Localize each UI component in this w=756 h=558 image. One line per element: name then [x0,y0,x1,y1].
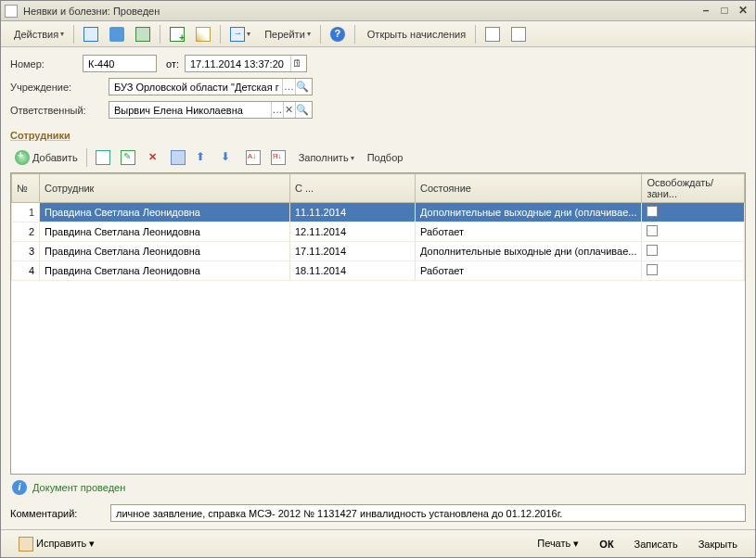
sort-asc-button[interactable] [241,147,265,168]
cell-employee: Правдина Светлана Леонидовна [40,261,290,281]
date-input[interactable]: 🗓 [185,55,307,72]
cell-num: 2 [12,222,40,242]
delete-button[interactable] [141,147,165,168]
goto-menu[interactable]: Перейти▾ [257,26,315,43]
open-calc-label: Открыть начисления [367,29,466,40]
close-button[interactable]: ✕ [735,5,751,18]
fix-label: Исправить [36,537,86,548]
checkbox[interactable] [647,245,658,256]
table-row[interactable]: 1Правдина Светлана Леонидовна11.11.2014Д… [12,203,745,222]
print-button[interactable]: Печать ▾ [527,534,589,553]
edit-button[interactable] [116,147,140,168]
comment-input[interactable] [110,504,746,522]
cell-from: 12.11.2014 [290,222,416,242]
checkbox[interactable] [647,225,658,236]
cell-free[interactable] [642,261,745,281]
number-field[interactable] [86,57,153,70]
comment-field[interactable] [114,507,742,520]
tb-doc2-icon[interactable] [191,24,215,44]
calendar-icon[interactable]: 🗓 [290,56,303,71]
checkbox[interactable] [647,264,658,275]
tb-doc1-icon[interactable] [165,24,189,44]
number-input[interactable] [83,55,157,72]
org-search-btn[interactable]: 🔍 [295,79,309,95]
table-header-row: № Сотрудник С ... Состояние Освобождать/… [12,174,745,203]
resp-field[interactable] [112,104,271,117]
open-calc-button[interactable]: Открыть начисления [360,26,470,43]
cell-free[interactable] [642,222,745,242]
up-icon [196,150,211,165]
col-num[interactable]: № [12,174,40,203]
resp-select-btn[interactable]: … [271,102,283,118]
table-row[interactable]: 4Правдина Светлана Леонидовна18.11.2014Р… [12,261,745,281]
refresh-icon [135,27,150,42]
add-button[interactable]: Добавить [10,147,83,168]
main-toolbar: Действия▾ ▾ Перейти▾ ? Открыть начислени… [1,21,755,47]
resp-search-btn[interactable]: 🔍 [295,102,309,118]
move-down-button[interactable] [216,147,240,168]
tb-cfg-icon[interactable] [506,24,531,44]
table-toolbar: Добавить Заполнить▾ Подбор [10,146,746,169]
titlebar[interactable]: Неявки и болезни: Проведен – □ ✕ [1,1,755,21]
tb-refresh-icon[interactable] [131,24,155,44]
edit-icon [121,150,135,165]
col-state[interactable]: Состояние [416,174,642,203]
org-label: Учреждение: [10,82,103,93]
date-field[interactable] [188,57,290,70]
table-row[interactable]: 2Правдина Светлана Леонидовна12.11.2014Р… [12,222,745,242]
col-free[interactable]: Освобождать/зани... [642,174,745,203]
org-input[interactable]: …🔍 [109,78,313,95]
cell-state: Дополнительные выходные дни (оплачивае..… [416,203,642,222]
cell-free[interactable] [642,203,745,222]
chevron-down-icon: ▾ [89,537,95,548]
cell-free[interactable] [642,242,745,261]
tb-post-icon[interactable] [79,24,103,44]
comment-row: Комментарий: [1,501,755,529]
saverow-button[interactable] [166,147,190,168]
ok-button[interactable]: ОК [589,535,623,553]
fix-button[interactable]: Исправить ▾ [8,533,105,555]
employees-table-wrap: № Сотрудник С ... Состояние Освобождать/… [10,172,746,475]
close-form-button[interactable]: Закрыть [688,535,748,553]
actions-menu[interactable]: Действия▾ [6,26,69,43]
table-row[interactable]: 3Правдина Светлана Леонидовна17.11.2014Д… [12,242,745,261]
col-employee[interactable]: Сотрудник [40,174,290,203]
save-button[interactable]: Записать [624,535,688,553]
list-icon [485,27,500,42]
fill-menu[interactable]: Заполнить▾ [291,149,359,166]
help-button[interactable]: ? [326,24,350,44]
cell-from: 17.11.2014 [290,242,416,261]
help-icon: ? [330,27,345,42]
actions-label: Действия [14,29,58,40]
pick-button[interactable]: Подбор [360,149,408,166]
cell-state: Дополнительные выходные дни (оплачивае..… [416,242,642,261]
checkbox[interactable] [647,206,658,217]
maximize-button[interactable]: □ [716,5,733,18]
cfg-icon [511,27,526,42]
cell-from: 11.11.2014 [290,203,416,222]
copy-button[interactable] [91,147,115,168]
separator [320,25,321,44]
down-icon [221,150,236,165]
move-up-button[interactable] [191,147,215,168]
org-field[interactable] [112,81,282,94]
tb-save-icon[interactable] [105,24,129,44]
sort-desc-button[interactable] [266,147,290,168]
org-row: Учреждение: …🔍 [10,78,746,95]
info-icon [12,480,27,495]
from-label: от: [166,58,179,70]
separator [475,25,476,44]
tb-list-icon[interactable] [481,24,505,44]
resp-input[interactable]: …✕🔍 [109,101,313,119]
fix-icon [19,537,33,552]
org-select-btn[interactable]: … [282,79,295,95]
minimize-button[interactable]: – [698,5,714,18]
resp-clear-btn[interactable]: ✕ [283,102,295,118]
sort-asc-icon [246,150,261,165]
resp-label: Ответственный: [10,105,103,116]
col-from[interactable]: С ... [290,174,416,203]
cell-state: Работает [416,261,642,281]
goto-icon [230,27,245,42]
cell-num: 3 [12,242,40,261]
tb-goto-icon[interactable]: ▾ [225,24,255,44]
